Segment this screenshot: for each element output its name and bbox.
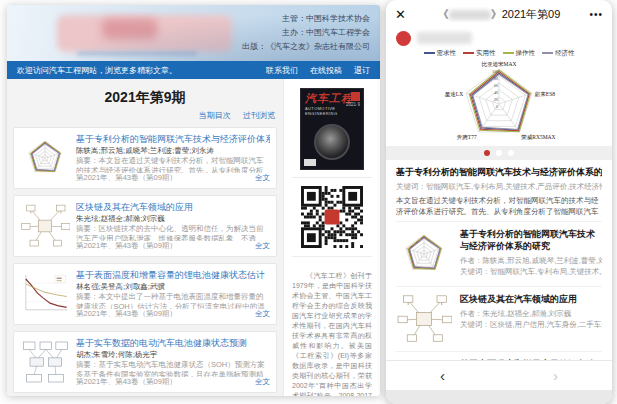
- current-issue-toc-link[interactable]: 当期目次: [199, 111, 231, 120]
- carousel-dot-active[interactable]: [484, 150, 490, 156]
- title-suffix: 》2021年第09: [491, 8, 561, 20]
- welcome-text: 欢迎访问汽车工程网站，浏览更多精彩文章。: [17, 65, 254, 76]
- article-title-link[interactable]: 基于实车数据的电动汽车电池健康状态预测: [76, 337, 270, 348]
- network-diagram-thumbnail-icon: [20, 201, 70, 251]
- site-header: 主管：中国科学技术协会 主办：中国汽车工程学会 出版：《汽车之友》杂志社有限公司: [7, 5, 380, 61]
- article-abstract: 摘要：区块链技术的去中心化、透明和信任，为解决当前汽车产业用户隐私泄露、维修保养…: [76, 224, 270, 241]
- account-name-redacted: [417, 32, 472, 44]
- site-logo-underline: [77, 52, 197, 55]
- article-card: 基于表面温度和增量容量的锂电池健康状态估计 林名强;吴登高;刘取鑫;武骥 摘要：…: [13, 263, 277, 325]
- journal-cover-image: 汽车工程 AUTOMOTIVE ENGINEERING 2021·9: [301, 89, 363, 169]
- list-item[interactable]: 基于专利分析的智能网联汽车技术与经济评价体系的研究 作者：陈轶嵩,邢云旭,戚晓琴…: [396, 221, 602, 286]
- article-card: 基于专利分析的智能网联汽车技术与经济评价体系的研究 陈轶嵩;邢云旭;戚晓琴;兰利…: [13, 127, 277, 189]
- article-authors: 林名强;吴登高;刘取鑫;武骥: [76, 282, 270, 290]
- list-item-title: 区块链及其在汽车领域的应用: [460, 293, 602, 305]
- list-item-keywords: 关键词：区块链,用户信用,汽车身份,二手车交易,汽...: [460, 319, 602, 330]
- svg-text:奔腾T77: 奔腾T77: [457, 134, 477, 140]
- featured-article: 基于专利分析的智能网联汽车技术与经济评价体系的研究 关键词：智能网联汽车,专利布…: [386, 160, 612, 221]
- featured-article-keywords: 关键词：智能网联汽车,专利布局,关键技术,产品评价,技术经济性能: [396, 182, 602, 192]
- legend-dash-icon: [503, 52, 514, 54]
- article-card: 基于实车数据的电动汽车电池健康状态预测 胡杰;朱雪玲;何陈;杨光宇 摘要：基于实…: [13, 331, 277, 393]
- online-submission-link[interactable]: 在线投稿: [310, 65, 342, 76]
- article-title-link[interactable]: 区块链及其在汽车领域的应用: [76, 201, 270, 212]
- site-logo-redacted-inner: [102, 19, 157, 39]
- archive-browse-link[interactable]: 过刊浏览: [243, 111, 275, 120]
- list-item-authors: 作者：陈轶嵩,邢云旭,戚晓琴,兰利波,曹莹,刘永涛: [460, 255, 602, 266]
- list-item-title: 基于专利分析的智能网联汽车技术与经济评价体系的研究: [460, 228, 602, 252]
- journal-cover-subtitle: AUTOMOTIVE ENGINEERING: [305, 106, 363, 116]
- article-abstract: 摘要：本文中提出了一种基于电池表面温度和增量容量的健康状态（SOH）估计方法，分…: [76, 292, 270, 309]
- contact-us-link[interactable]: 联系我们: [266, 65, 298, 76]
- svg-text:比亚迪宋MAX: 比亚迪宋MAX: [482, 61, 517, 67]
- close-icon[interactable]: ✕: [395, 7, 417, 22]
- cover-wheel-photo: [314, 124, 350, 160]
- article-issue-meta: 第2021年、第43卷（第09期）: [76, 173, 255, 183]
- account-row: [386, 28, 612, 48]
- article-issue-meta: 第2021年、第43卷（第09期）: [76, 309, 255, 319]
- sidebar: 汽车工程 AUTOMOTIVE ENGINEERING 2021·9 《汽车工程…: [283, 79, 380, 396]
- title-redacted: [449, 10, 491, 20]
- avatar: [396, 31, 411, 46]
- chart-legend: 需求性 实用性 操作性 经济性: [394, 48, 604, 58]
- radar-chart: 比亚迪宋MAX蔚来ES8荣威RX5MAX奔腾T77星途LX02040608010…: [394, 58, 604, 146]
- article-authors: 胡杰;朱雪玲;何陈;杨光宇: [76, 350, 270, 358]
- masthead-supervisor: 主管：中国科学技术协会: [242, 12, 370, 26]
- article-issue-meta: 第2021年、第43卷（第09期）: [76, 241, 255, 251]
- forward-chevron-icon[interactable]: ›: [499, 361, 612, 390]
- fulltext-link[interactable]: 全文: [255, 309, 270, 319]
- legend-item: 实用性: [463, 49, 496, 58]
- legend-dash-icon: [463, 52, 474, 54]
- flowchart-thumbnail-icon: [20, 337, 70, 387]
- mobile-bottom-nav: ‹ ›: [386, 360, 612, 390]
- radar-chart-block: 需求性 实用性 操作性 经济性 比亚迪宋MAX蔚来ES8荣威RX5MAX奔腾T7…: [386, 48, 612, 146]
- mobile-article-window: ✕ 《》2021年第09 ••• 需求性 实用性 操作性 经济性 比亚迪宋MAX…: [386, 0, 612, 404]
- svg-text:蔚来ES8: 蔚来ES8: [535, 91, 555, 97]
- carousel-dot[interactable]: [496, 150, 502, 156]
- legend-item: 操作性: [503, 49, 536, 58]
- issue-title: 2021年第9期: [13, 89, 277, 107]
- radar-chart-thumbnail-icon: [20, 133, 70, 183]
- legend-dash-icon: [424, 52, 435, 54]
- cover-red-badge: [351, 92, 360, 101]
- svg-text:20: 20: [494, 97, 498, 102]
- svg-text:100: 100: [492, 69, 498, 74]
- article-abstract: 摘要：本文旨在通过关键专利技术分析，对智能网联汽车的技术与经济评价体系进行研究。…: [76, 156, 270, 173]
- mobile-header: ✕ 《》2021年第09 •••: [386, 0, 612, 28]
- legend-item: 经济性: [542, 49, 575, 58]
- unsubscribe-link[interactable]: 退订: [354, 65, 370, 76]
- article-issue-meta: 第2021年、第43卷（第09期）: [76, 377, 255, 387]
- fulltext-link[interactable]: 全文: [255, 241, 270, 251]
- article-title-link[interactable]: 基于表面温度和增量容量的锂电池健康状态估计: [76, 269, 270, 280]
- article-authors: 陈轶嵩;邢云旭;戚晓琴;兰利波;曹莹;刘永涛: [76, 146, 270, 154]
- list-item-authors: 作者：朱光玹,赵福全,郝瀚,刘宗巍: [460, 308, 602, 319]
- site-logo-redacted: [57, 15, 232, 52]
- sidebar-divider: [292, 177, 372, 178]
- journal-website-window: 主管：中国科学技术协会 主办：中国汽车工程学会 出版：《汽车之友》杂志社有限公司…: [7, 5, 380, 396]
- issue-article-list: 2021年第9期 当期目次 过刊浏览 基于专利分析的智能网联汽车技术与经济评价体…: [7, 79, 283, 396]
- svg-text:60: 60: [494, 83, 498, 88]
- more-menu-icon[interactable]: •••: [581, 9, 603, 20]
- cover-barcode-label: [304, 159, 316, 166]
- featured-article-title: 基于专利分析的智能网联汽车技术与经济评价体系的研究: [396, 166, 602, 179]
- svg-text:40: 40: [494, 90, 498, 95]
- back-chevron-icon[interactable]: ‹: [386, 361, 499, 390]
- cover-issue-tag: 2021·9: [346, 102, 360, 107]
- carousel-dot[interactable]: [508, 150, 514, 156]
- title-prefix: 《: [438, 8, 449, 20]
- masthead-publisher: 出版：《汽车之友》杂志社有限公司: [242, 40, 370, 54]
- carousel-dots: [386, 146, 612, 160]
- svg-text:0: 0: [496, 104, 498, 109]
- sidebar-divider: [292, 256, 372, 257]
- line-chart-thumbnail-icon: [20, 269, 70, 319]
- featured-article-abstract: 本文旨在通过关键专利技术分析，对智能网联汽车的技术与经济评价体系进行研究。首先、…: [396, 195, 602, 217]
- journal-description: 《汽车工程》创刊于1979年，是由中国科学技术协会主管、中国汽车工程学会主办的综…: [284, 265, 380, 396]
- radar-chart-thumbnail-icon: [396, 228, 452, 280]
- list-item-keywords: 关键词：智能网联汽车,专利布局,关键技术,产品评...: [460, 266, 602, 277]
- fulltext-link[interactable]: 全文: [255, 173, 270, 183]
- svg-text:荣威RX5MAX: 荣威RX5MAX: [521, 134, 555, 140]
- fulltext-link[interactable]: 全文: [255, 377, 270, 387]
- list-item[interactable]: 区块链及其在汽车领域的应用 作者：朱光玹,赵福全,郝瀚,刘宗巍 关键词：区块链,…: [396, 286, 602, 351]
- article-title-link[interactable]: 基于专利分析的智能网联汽车技术与经济评价体系的研究: [76, 133, 270, 144]
- masthead-info: 主管：中国科学技术协会 主办：中国汽车工程学会 出版：《汽车之友》杂志社有限公司: [242, 12, 370, 54]
- article-abstract: 摘要：基于实车电动汽车电池健康状态（SOH）预测方案多基于条件有限实验室的实验数…: [76, 360, 270, 377]
